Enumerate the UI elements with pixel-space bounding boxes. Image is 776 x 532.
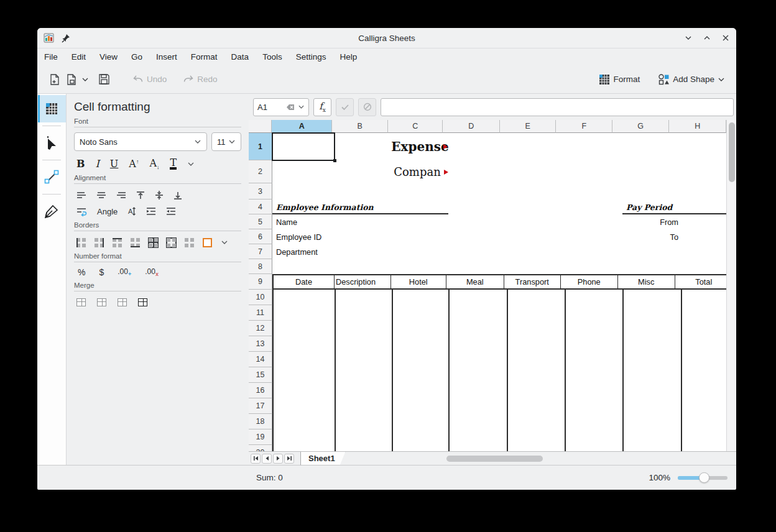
clear-reference-icon[interactable]	[286, 104, 295, 111]
column-header-h[interactable]: H	[669, 120, 726, 133]
align-right-icon[interactable]	[116, 191, 126, 200]
column-header-d[interactable]: D	[443, 120, 500, 133]
menu-item-file[interactable]: File	[44, 52, 58, 62]
row-header-5[interactable]: 5	[249, 214, 272, 229]
border-top-icon[interactable]	[113, 238, 122, 247]
underline-button[interactable]: U	[110, 158, 118, 170]
subscript-button[interactable]: A↓	[149, 157, 159, 170]
column-header-b[interactable]: B	[332, 120, 388, 133]
merge-cells-icon[interactable]	[76, 298, 86, 306]
align-center-icon[interactable]	[96, 191, 106, 200]
undo-button[interactable]: Undo	[130, 72, 169, 87]
selection-handle[interactable]	[333, 159, 336, 162]
zoom-slider[interactable]	[678, 476, 728, 480]
row-header-9[interactable]: 9	[249, 274, 272, 290]
cell-a7[interactable]: Department	[276, 244, 318, 259]
add-shape-button[interactable]: Add Shape	[656, 71, 728, 88]
merge-horizontal-icon[interactable]	[97, 298, 106, 306]
cell-a6[interactable]: Employee ID	[276, 229, 321, 244]
row-header-1[interactable]: 1	[249, 133, 272, 160]
row-header-11[interactable]: 11	[249, 305, 272, 321]
border-chevron-icon[interactable]	[221, 240, 228, 245]
previous-sheet-button[interactable]	[262, 454, 272, 464]
table-header-phone[interactable]: Phone	[561, 275, 618, 288]
table-header-transport[interactable]: Transport	[504, 275, 561, 288]
calligraphy-tool-button[interactable]	[38, 198, 66, 225]
precision-plus-button[interactable]: .00+	[118, 267, 131, 277]
open-document-button[interactable]	[63, 71, 80, 88]
vertical-scrollbar[interactable]	[726, 120, 736, 451]
align-middle-icon[interactable]	[155, 190, 164, 200]
shape-selection-tool-button[interactable]	[38, 129, 66, 157]
zoom-slider-handle[interactable]	[699, 472, 709, 483]
cell-c2[interactable]: Compan	[392, 160, 443, 183]
row-header-3[interactable]: 3	[249, 183, 272, 200]
angle-button[interactable]: Angle	[97, 207, 118, 216]
indent-less-icon[interactable]	[166, 207, 176, 216]
first-sheet-button[interactable]	[251, 454, 261, 464]
border-outline-icon[interactable]	[167, 238, 176, 247]
column-header-e[interactable]: E	[500, 120, 557, 133]
close-button[interactable]	[721, 34, 730, 42]
table-header-total[interactable]: Total	[675, 275, 726, 288]
formula-input[interactable]	[381, 98, 734, 116]
text-color-chevron-icon[interactable]	[187, 162, 195, 167]
border-color-swatch[interactable]	[203, 238, 212, 247]
row-header-8[interactable]: 8	[249, 259, 272, 274]
row-header-6[interactable]: 6	[249, 229, 272, 244]
menu-item-insert[interactable]: Insert	[156, 52, 177, 62]
cell-reference-box[interactable]: A1	[253, 98, 309, 116]
horizontal-scrollbar[interactable]	[353, 454, 731, 463]
save-button[interactable]	[96, 71, 113, 88]
cell-a5[interactable]: Name	[276, 214, 297, 229]
table-header-hotel[interactable]: Hotel	[391, 275, 447, 288]
sheet-tab-sheet1[interactable]: Sheet1	[300, 452, 346, 466]
open-dropdown-chevron-icon[interactable]	[81, 75, 89, 84]
redo-button[interactable]: Redo	[180, 72, 219, 87]
percent-format-button[interactable]: %	[78, 267, 85, 277]
maximize-button[interactable]	[703, 34, 711, 42]
column-header-g[interactable]: G	[612, 120, 670, 133]
formula-fx-button[interactable]: fx	[313, 98, 331, 116]
cell-c1[interactable]: Expense	[392, 133, 448, 160]
vertical-scrollbar-thumb[interactable]	[729, 122, 735, 182]
column-header-c[interactable]: C	[388, 120, 443, 133]
superscript-button[interactable]: A↑	[129, 158, 139, 170]
row-header-12[interactable]: 12	[249, 321, 272, 336]
cell-g4[interactable]: Pay Period	[626, 200, 672, 214]
spreadsheet-grid[interactable]: ABCDEFGH 2019181716151413121110987654321…	[249, 120, 726, 451]
cell-a4[interactable]: Employee Information	[276, 200, 374, 214]
border-bottom-icon[interactable]	[131, 238, 140, 247]
text-color-button[interactable]: T	[170, 158, 177, 170]
precision-minus-button[interactable]: .00x	[145, 267, 159, 277]
bold-button[interactable]: B	[76, 158, 85, 170]
menu-item-view[interactable]: View	[99, 52, 118, 62]
format-button[interactable]: Format	[596, 71, 642, 88]
last-sheet-button[interactable]	[284, 454, 294, 464]
table-header-description[interactable]: Description	[335, 275, 391, 288]
cell-g6[interactable]: To	[622, 229, 678, 244]
next-sheet-button[interactable]	[273, 454, 283, 464]
row-header-13[interactable]: 13	[249, 336, 272, 352]
row-header-10[interactable]: 10	[249, 290, 272, 305]
menu-item-edit[interactable]: Edit	[72, 52, 86, 62]
menu-item-go[interactable]: Go	[131, 52, 142, 62]
title-bar[interactable]: Calligra Sheets	[37, 28, 736, 48]
align-top-icon[interactable]	[136, 191, 145, 200]
italic-button[interactable]: I	[96, 158, 99, 170]
vertical-text-icon[interactable]: A	[127, 206, 136, 216]
menu-item-tools[interactable]: Tools	[262, 52, 282, 62]
merge-vertical-icon[interactable]	[118, 298, 127, 306]
row-header-16[interactable]: 16	[249, 383, 272, 398]
menu-item-format[interactable]: Format	[191, 52, 218, 62]
pin-icon[interactable]	[62, 34, 70, 43]
row-header-18[interactable]: 18	[249, 414, 272, 429]
table-header-meal[interactable]: Meal	[446, 275, 504, 288]
row-header-2[interactable]: 2	[249, 160, 272, 183]
new-document-button[interactable]	[46, 71, 63, 88]
indent-more-icon[interactable]	[146, 207, 156, 216]
row-header-19[interactable]: 19	[249, 429, 272, 445]
cell-g5[interactable]: From	[622, 214, 678, 229]
cell-tool-button[interactable]	[38, 95, 66, 122]
expense-table-header-row[interactable]: DateDescriptionHotelMealTransportPhoneMi…	[272, 274, 726, 290]
